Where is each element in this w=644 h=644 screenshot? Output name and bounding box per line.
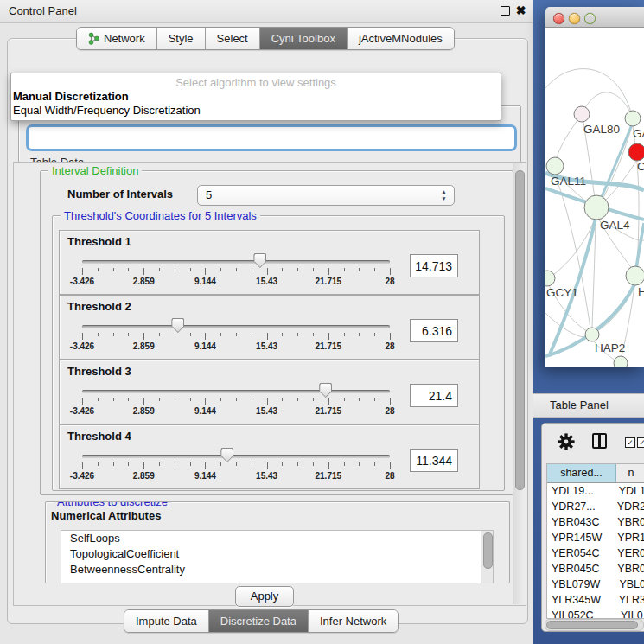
- algorithm-combobox[interactable]: [26, 124, 517, 151]
- threshold-slider[interactable]: -3.4262.8599.14415.4321.71528: [82, 383, 390, 421]
- threshold-label: Threshold 2: [67, 300, 131, 313]
- bottom-tab-impute-data[interactable]: Impute Data: [124, 610, 209, 632]
- tab-cyni-toolbox[interactable]: Cyni Toolbox: [260, 28, 348, 49]
- table-cell: YDR27...: [547, 499, 613, 514]
- interval-definition-legend: Interval Definition: [48, 164, 142, 177]
- network-node[interactable]: [545, 271, 555, 286]
- network-node[interactable]: [626, 266, 644, 285]
- network-window-titlebar[interactable]: [545, 7, 644, 28]
- control-panel-titlebar: Control Panel ✖: [0, 0, 533, 23]
- gear-icon[interactable]: [558, 433, 575, 450]
- node-table[interactable]: shared...n YDL19...YDL1YDR27...YDR2YBR04…: [546, 463, 644, 619]
- table-column-header[interactable]: n: [616, 464, 644, 482]
- network-node[interactable]: [628, 143, 644, 161]
- network-edge-thick[interactable]: [598, 124, 632, 205]
- table-horizontal-scrollbar[interactable]: [545, 619, 644, 631]
- table-row[interactable]: YIL052CYIL0: [547, 608, 644, 619]
- network-node[interactable]: [584, 195, 609, 220]
- tab-select[interactable]: Select: [206, 28, 260, 49]
- slider-thumb[interactable]: [319, 383, 332, 398]
- table-row[interactable]: YER054CYER0: [547, 545, 644, 561]
- thresholds-legend: Threshold's Coordinates for 5 Intervals: [61, 209, 260, 222]
- algorithm-settings-panel: Interval Definition Number of Intervals …: [13, 162, 526, 606]
- tab-network[interactable]: Network: [77, 28, 157, 49]
- table-cell: YBL0: [615, 577, 644, 592]
- threshold-label: Threshold 1: [67, 235, 131, 248]
- threshold-value-field[interactable]: 21.4: [410, 384, 458, 407]
- tab-jactivemnodules[interactable]: jActiveMNodules: [348, 28, 454, 49]
- table-row[interactable]: YBR043CYBR0: [547, 514, 644, 530]
- thresholds-group: Threshold's Coordinates for 5 Intervals …: [52, 215, 505, 491]
- attributes-legend: Attributes to discretize: [54, 501, 171, 508]
- table-row[interactable]: YBL079WYBL0: [547, 577, 644, 592]
- tick-label: 2.859: [133, 471, 155, 481]
- table-header-row[interactable]: shared...n: [547, 464, 644, 483]
- bottom-tab-label: Discretize Data: [220, 610, 296, 632]
- network-node[interactable]: [625, 111, 641, 126]
- table-toolbar: ✓ ✓: [542, 424, 644, 462]
- threshold-value-field[interactable]: 14.713: [410, 254, 458, 277]
- tick-label: 21.715: [316, 277, 342, 286]
- settings-scrollbar[interactable]: [513, 163, 525, 604]
- table-row[interactable]: YDL19...YDL1: [547, 483, 644, 499]
- mac-close-icon[interactable]: [553, 13, 564, 24]
- split-columns-icon[interactable]: [592, 433, 607, 449]
- slider-track[interactable]: [82, 260, 390, 264]
- table-cell: YDR2: [613, 499, 644, 514]
- network-node-label: GAL11: [551, 175, 586, 188]
- network-node[interactable]: [546, 157, 564, 175]
- threshold-value-field[interactable]: 6.316: [410, 319, 458, 342]
- threshold-slider[interactable]: -3.4262.8599.14415.4321.71528: [82, 318, 390, 356]
- table-row[interactable]: YDR27...YDR2: [547, 499, 644, 514]
- threshold-slider[interactable]: -3.4262.8599.14415.4321.71528: [82, 253, 390, 291]
- bottom-tab-discretize-data[interactable]: Discretize Data: [209, 610, 309, 632]
- screen: Control Panel ✖ NetworkStyleSelectCyni T…: [0, 0, 644, 644]
- network-node[interactable]: [585, 328, 599, 341]
- attribute-item[interactable]: BetweennessCentrality: [61, 562, 493, 577]
- attribute-item[interactable]: SelfLoops: [61, 531, 493, 546]
- network-node-label: C: [637, 160, 644, 173]
- network-window[interactable]: GAL80GACGAL11GAL4GCY1HHAP2: [545, 7, 644, 367]
- tick-label: 15.43: [256, 277, 277, 286]
- popup-option-equal-width[interactable]: Equal Width/Frequency Discretization: [13, 104, 201, 117]
- slider-track[interactable]: [82, 325, 390, 328]
- mac-zoom-icon[interactable]: [584, 13, 596, 24]
- close-panel-icon[interactable]: ✖: [515, 5, 526, 16]
- checkbox-icon[interactable]: ✓: [625, 437, 635, 448]
- spinner-arrows-icon: ▲▼: [440, 188, 448, 202]
- slider-thumb[interactable]: [253, 253, 266, 268]
- table-row[interactable]: YPR145WYPR1: [547, 530, 644, 545]
- float-window-icon[interactable]: [500, 5, 511, 16]
- number-of-intervals-label: Number of Intervals: [67, 188, 173, 201]
- tick-label: -3.426: [70, 277, 94, 286]
- table-panel-body: ✓ ✓ shared...n YDL19...YDL1YDR27...YDR2Y…: [541, 423, 644, 632]
- tick-label: 15.43: [256, 341, 277, 351]
- network-node[interactable]: [614, 356, 628, 367]
- checkbox-icon[interactable]: ✓: [637, 437, 644, 448]
- attributes-list-scrollbar[interactable]: [481, 531, 493, 583]
- tab-style[interactable]: Style: [157, 28, 206, 49]
- popup-option-manual-discretization[interactable]: Manual Discretization: [13, 90, 129, 103]
- threshold-panel: Threshold 4 -3.4262.8599.14415.4321.7152…: [59, 424, 480, 489]
- threshold-panel: Threshold 3 -3.4262.8599.14415.4321.7152…: [59, 360, 480, 424]
- table-row[interactable]: YBR045CYBR0: [547, 561, 644, 577]
- mac-minimize-icon[interactable]: [569, 13, 580, 24]
- bottom-tab-infer-network[interactable]: Infer Network: [309, 610, 398, 632]
- slider-track[interactable]: [82, 390, 390, 393]
- table-row[interactable]: YLR345WYLR3: [547, 592, 644, 608]
- slider-thumb[interactable]: [171, 318, 184, 333]
- tab-label: Style: [169, 28, 194, 49]
- apply-button[interactable]: Apply: [235, 586, 294, 607]
- threshold-value-field[interactable]: 11.344: [410, 449, 458, 472]
- threshold-slider[interactable]: -3.4262.8599.14415.4321.71528: [82, 448, 390, 486]
- attribute-item[interactable]: TopologicalCoefficient: [61, 546, 493, 562]
- numerical-attributes-list[interactable]: SelfLoopsTopologicalCoefficientBetweenne…: [61, 530, 494, 583]
- table-column-header[interactable]: shared...: [547, 464, 616, 482]
- table-cell: YBR0: [613, 514, 644, 530]
- slider-track[interactable]: [82, 455, 390, 458]
- slider-thumb[interactable]: [220, 448, 233, 462]
- network-edge[interactable]: [545, 69, 631, 112]
- number-of-intervals-spinner[interactable]: 5 ▲▼: [197, 185, 455, 206]
- network-canvas[interactable]: GAL80GACGAL11GAL4GCY1HHAP2: [545, 28, 644, 367]
- network-node[interactable]: [574, 106, 590, 122]
